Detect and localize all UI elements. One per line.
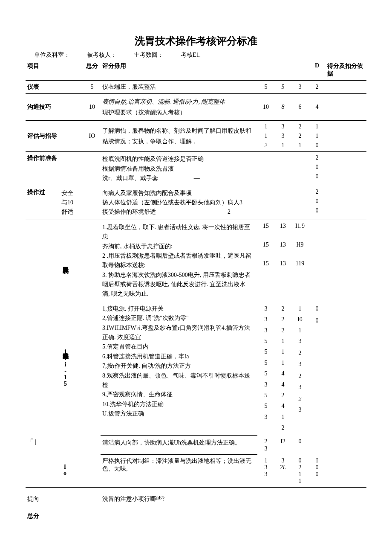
v: 5 <box>259 401 273 411</box>
cell <box>326 186 366 220</box>
v: 3 <box>293 337 307 346</box>
v: 1 <box>259 133 273 139</box>
total-score-label: 总分 <box>26 506 60 523</box>
appearance-content: 仪衣端庄，服装整活 <box>101 81 257 94</box>
v: 5 <box>259 337 273 346</box>
line: 9,严密观察病情、生命体征 <box>102 390 256 399</box>
line: 10.洗华停机的方法正确 <box>102 400 256 409</box>
v: 1 <box>276 142 290 149</box>
v: 2 <box>293 372 307 381</box>
cell <box>26 302 60 436</box>
v: 13 <box>276 241 290 248</box>
line: 滴, 呗之无味为止. <box>102 289 256 299</box>
cell: 3 <box>291 81 308 94</box>
v: 1 <box>276 347 290 357</box>
cell: 5 <box>274 81 291 94</box>
v: 1 <box>293 142 307 149</box>
machine-vlabel: 涨时满洗冉斗1:i-15 <box>60 302 84 436</box>
cell: 10 <box>257 94 274 121</box>
cell <box>274 506 291 523</box>
cell <box>84 152 101 186</box>
appearance-label: 仪表 <box>26 81 60 94</box>
cell <box>291 186 308 220</box>
cell <box>326 436 366 455</box>
cell <box>60 121 84 152</box>
v: 4 <box>276 369 290 378</box>
cell: 2 <box>308 81 326 94</box>
line: 2,管逋连接正隔. 调"洗"次数为零" <box>102 314 256 323</box>
examinee-label: 被考核人： <box>87 51 117 59</box>
communication-label: 沟通技巧 <box>26 94 60 121</box>
safety-content: 向病人及家履告知洗内配合及事项 扬人体位舒适（左侧卧位或去枕平卧头他向刘）病人3… <box>101 186 257 220</box>
v: 2 <box>310 154 324 161</box>
v: 3 <box>259 464 273 471</box>
line: 2 .用压舌板刺激患者咽后壁或者舌根诱发呕吐，避医凡留 <box>102 251 256 261</box>
v: 119 <box>293 260 307 267</box>
v: I1.9 <box>293 223 307 230</box>
v: 0 <box>310 471 324 478</box>
v: H9 <box>293 241 307 248</box>
v: 1 <box>276 337 290 346</box>
v: 1 <box>293 471 307 478</box>
communication-content: 表情自然,诒言亲切、流畅. 通俗易•力, 能克整体 现护理要求（按清醒病人考核） <box>101 94 257 121</box>
col-total: 总分 <box>84 60 101 81</box>
col-score: 得分及扣分依据 <box>326 60 366 81</box>
v: 3 <box>259 471 273 478</box>
vtext: 涨时满洗冉斗1:i-15 <box>61 349 69 387</box>
v: 15 <box>259 260 273 267</box>
document-title: 洗胃技术操作考核评分标准 <box>26 34 366 48</box>
v: 3 <box>293 383 307 392</box>
v: 5 <box>259 391 273 400</box>
question-label: 提向 <box>26 487 60 506</box>
cell: 133 <box>257 455 274 488</box>
cell <box>257 186 274 220</box>
v: 13 <box>276 223 290 230</box>
unit-label: 单位及科室： <box>34 51 70 59</box>
col-sub <box>60 60 84 81</box>
cell: 6 <box>291 94 308 121</box>
line: 取毒物标本送校: <box>102 261 256 270</box>
cell: 「 | <box>26 436 60 455</box>
vtext: Io <box>61 464 68 477</box>
cell <box>84 487 101 506</box>
v: 2 <box>293 133 307 139</box>
cell: 112 <box>257 121 274 152</box>
v: 4 <box>276 380 290 389</box>
cell <box>60 152 84 186</box>
cell <box>326 455 366 488</box>
evaluation-total: IO <box>84 121 101 152</box>
v: 1 <box>310 133 324 139</box>
line: 现护理要求（按清醒病人考核） <box>102 107 256 118</box>
cell <box>84 436 101 455</box>
v: 4 <box>276 401 290 411</box>
v: 0 <box>293 457 307 464</box>
v: 1 <box>293 304 307 314</box>
cell: 4 <box>308 94 326 121</box>
v: 1 <box>310 123 324 130</box>
evaluation-content: 了解病怡，服春物的名称、剂旅及时间了解口用腔皮肤和粘胶情况；安执，争取合作、理解… <box>101 121 257 152</box>
line: 1,接电源, 打开电源开关 <box>102 304 256 314</box>
strict-content: 严格执行代对制组：滞注液量与洗出液地相等；洗出液无色、无味, <box>101 455 257 488</box>
cell <box>326 94 366 121</box>
v: 2 <box>293 395 307 404</box>
v: 2 <box>293 123 307 130</box>
v: 3 <box>259 315 273 324</box>
communication-total: 10 <box>84 94 101 121</box>
v: 3 <box>259 304 273 314</box>
v: 3 <box>276 133 290 139</box>
col-c <box>291 60 308 81</box>
v: 5 <box>259 358 273 368</box>
v: 1 <box>293 478 307 485</box>
cell: 32I. <box>274 455 291 488</box>
line: 根据病情准备用物及洗胃液 <box>102 164 256 174</box>
scoring-table: 项目 总分 评分毋用 D 得分及扣分依据 仪表 5 仪衣端庄，服装整活 5 5 … <box>26 60 366 523</box>
cell: 200 <box>308 152 326 186</box>
question-content: 洗冒的注意小项行哪些? <box>101 487 257 506</box>
cell <box>84 186 101 220</box>
cell <box>60 81 84 94</box>
line: 向病人及家履告知洗内配合及事项 <box>102 189 256 198</box>
v: 2 <box>276 423 290 433</box>
v: 0 <box>310 464 324 471</box>
line: 咽后壁或荷舌根诱发呕吐, 仙此反发进行. 宜至洗出液水 <box>102 280 256 289</box>
cell: 0 <box>291 436 308 455</box>
